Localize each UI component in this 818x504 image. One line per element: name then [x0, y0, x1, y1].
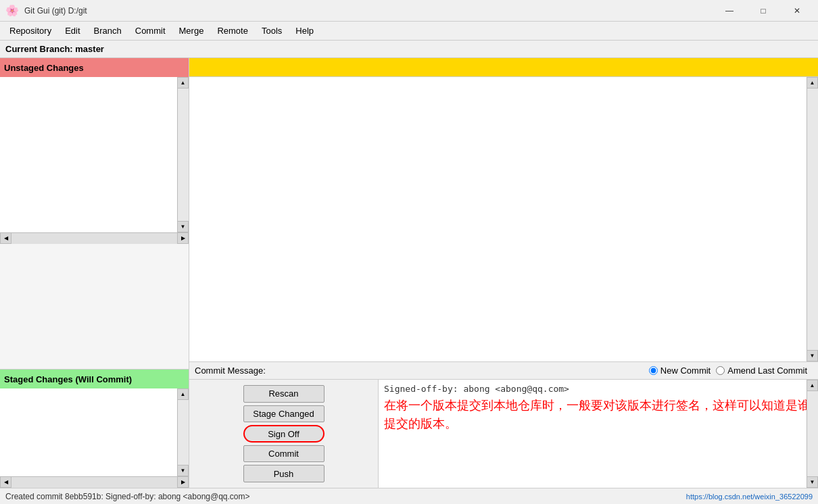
commit-annotation: 在将一个版本提交到本地仓库时，一般要对该版本进行签名，这样可以知道是谁提交的版本…	[384, 397, 813, 433]
status-bar: Created commit 8ebb591b: Signed-off-by: …	[0, 488, 818, 504]
current-branch-text: Current Branch: master	[5, 44, 104, 54]
staged-hscroll-left[interactable]: ◀	[0, 476, 11, 488]
menu-commit[interactable]: Commit	[128, 23, 172, 39]
title-bar: 🌸 Git Gui (git) D:/git — □ ✕	[0, 0, 818, 22]
push-button[interactable]: Push	[243, 465, 324, 482]
unstaged-content[interactable]: ▲ ▼	[0, 77, 189, 232]
unstaged-vscroll[interactable]: ▲ ▼	[177, 77, 189, 232]
diff-scroll-down[interactable]: ▼	[807, 350, 818, 361]
sign-off-button[interactable]: Sign Off	[243, 425, 324, 443]
diff-scroll-up[interactable]: ▲	[807, 77, 818, 89]
commit-body: Rescan Stage Changed Sign Off Commit Pus…	[189, 380, 818, 488]
unstaged-scroll-down[interactable]: ▼	[177, 221, 189, 232]
window-controls: — □ ✕	[714, 0, 813, 22]
new-commit-option[interactable]: New Commit	[649, 366, 711, 376]
maximize-button[interactable]: □	[748, 0, 779, 22]
radio-group: New Commit Amend Last Commit	[649, 366, 813, 376]
staged-scroll-down[interactable]: ▼	[177, 465, 189, 476]
diff-header-bar	[189, 58, 818, 77]
commit-message-header: Commit Message: New Commit Amend Last Co…	[189, 362, 818, 380]
staged-label: Staged Changes (Will Commit)	[4, 374, 132, 384]
new-commit-radio[interactable]	[649, 366, 658, 375]
unstaged-section: Unstaged Changes ▲ ▼ ◀ ▶	[0, 58, 189, 369]
unstaged-scroll-up[interactable]: ▲	[177, 77, 189, 89]
unstaged-label: Unstaged Changes	[4, 63, 84, 73]
status-text: Created commit 8ebb591b: Signed-off-by: …	[5, 492, 250, 501]
stage-changed-button[interactable]: Stage Changed	[243, 405, 324, 423]
diff-vscroll[interactable]: ▲ ▼	[807, 77, 818, 361]
commit-msg-content[interactable]: Signed-off-by: abong <abong@qq.com> 在将一个…	[379, 380, 818, 488]
amend-commit-option[interactable]: Amend Last Commit	[716, 366, 807, 376]
staged-content[interactable]: ▲ ▼	[0, 388, 189, 476]
signed-off-line: Signed-off-by: abong <abong@qq.com>	[384, 384, 813, 394]
unstaged-header: Unstaged Changes	[0, 58, 189, 77]
unstaged-hscroll-left[interactable]: ◀	[0, 232, 11, 244]
menu-tools[interactable]: Tools	[255, 23, 289, 39]
menu-remote[interactable]: Remote	[210, 23, 255, 39]
close-button[interactable]: ✕	[781, 0, 813, 22]
unstaged-hscroll-right[interactable]: ▶	[177, 232, 189, 244]
menu-repository[interactable]: Repository	[3, 23, 58, 39]
window-title: Git Gui (git) D:/git	[24, 6, 714, 16]
menu-bar: Repository Edit Branch Commit Merge Remo…	[0, 22, 818, 41]
amend-commit-radio[interactable]	[716, 366, 725, 375]
commit-area: Commit Message: New Commit Amend Last Co…	[189, 361, 818, 488]
diff-area: ▲ ▼ ◀ ▶	[189, 58, 818, 361]
main-content: Unstaged Changes ▲ ▼ ◀ ▶ Staged Changes …	[0, 58, 818, 488]
menu-edit[interactable]: Edit	[58, 23, 87, 39]
commit-button[interactable]: Commit	[243, 445, 324, 463]
diff-content[interactable]: ▲ ▼	[189, 77, 818, 361]
unstaged-hscroll[interactable]: ◀ ▶	[0, 232, 189, 244]
staged-hscroll[interactable]: ◀ ▶	[0, 476, 189, 488]
commit-msg-vscroll[interactable]: ▲ ▼	[807, 380, 818, 488]
menu-merge[interactable]: Merge	[172, 23, 211, 39]
new-commit-label: New Commit	[660, 366, 711, 376]
app-icon: 🌸	[5, 4, 19, 18]
staged-hscroll-right[interactable]: ▶	[177, 476, 189, 488]
staged-header: Staged Changes (Will Commit)	[0, 370, 189, 388]
staged-section: Staged Changes (Will Commit) ▲ ▼ ◀ ▶	[0, 369, 189, 488]
branch-bar: Current Branch: master	[0, 41, 818, 58]
staged-vscroll[interactable]: ▲ ▼	[177, 388, 189, 476]
buttons-panel: Rescan Stage Changed Sign Off Commit Pus…	[189, 380, 379, 488]
commit-msg-area[interactable]: Signed-off-by: abong <abong@qq.com> 在将一个…	[379, 380, 818, 488]
menu-branch[interactable]: Branch	[87, 23, 128, 39]
left-panel: Unstaged Changes ▲ ▼ ◀ ▶ Staged Changes …	[0, 58, 189, 488]
commit-msg-scroll-up[interactable]: ▲	[807, 380, 818, 391]
minimize-button[interactable]: —	[714, 0, 745, 22]
commit-message-label: Commit Message:	[195, 366, 266, 376]
right-panel: ▲ ▼ ◀ ▶ Commit Message: New Commit	[189, 58, 818, 488]
rescan-button[interactable]: Rescan	[243, 385, 324, 403]
menu-help[interactable]: Help	[289, 23, 320, 39]
commit-msg-scroll-down[interactable]: ▼	[807, 476, 818, 488]
staged-scroll-up[interactable]: ▲	[177, 388, 189, 400]
amend-commit-label: Amend Last Commit	[727, 366, 807, 376]
status-url: https://blog.csdn.net/weixin_36522099	[686, 493, 813, 501]
